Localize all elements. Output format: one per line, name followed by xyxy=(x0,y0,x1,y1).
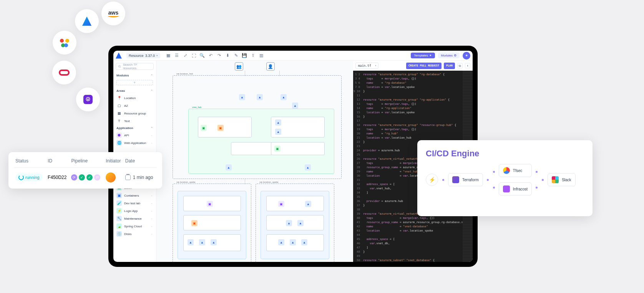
service-node[interactable]: ▲ xyxy=(297,220,304,226)
service-node[interactable]: ▲ xyxy=(211,239,217,245)
copy-icon[interactable]: ⧉ xyxy=(457,63,463,68)
location-spoke-group-2[interactable]: var.location_spoke ▣ ▲ ▲ ▲ ▲ ▲ ▲ xyxy=(256,184,334,262)
download-icon[interactable]: ⬇ xyxy=(225,53,230,58)
service-node[interactable]: ▲ xyxy=(239,94,245,100)
plan-button[interactable]: PLAN xyxy=(444,63,455,69)
create-pr-button[interactable]: CREATE PULL REQUEST xyxy=(406,63,442,69)
subnet-box[interactable]: ▣ ▲ xyxy=(266,196,324,211)
user-icon: 👥 xyxy=(235,62,243,71)
location-hub-group[interactable]: var.location_hub ▲ ▲ ▲ ▲ vnet_hub ▣ ▣ ▲ … xyxy=(173,75,342,179)
sidebar-item-text[interactable]: TText xyxy=(113,117,156,125)
subnet-box[interactable]: ▣ xyxy=(183,196,241,211)
service-node[interactable]: ▲ xyxy=(199,239,205,245)
section-modules[interactable]: Modules⌃ xyxy=(113,72,156,79)
service-node[interactable]: ▲ xyxy=(305,201,311,207)
lab-icon: 🧪 xyxy=(116,200,122,206)
sidebar-item-disks[interactable]: 💿Disks⌄ xyxy=(113,230,156,238)
infracost-icon xyxy=(503,185,510,192)
grid-icon[interactable]: ▦ xyxy=(166,53,171,58)
maint-icon: 🔧 xyxy=(116,216,122,221)
subnet-box[interactable] xyxy=(231,142,277,155)
service-node[interactable]: ▲ xyxy=(257,94,263,100)
section-application[interactable]: Application⌃ xyxy=(113,125,156,131)
col-date: Date xyxy=(124,157,157,168)
vnet-app-zone[interactable]: ▣ ▣ ▲ ▲ ▲ xyxy=(178,191,246,259)
text-icon: T xyxy=(116,118,122,124)
service-node[interactable]: ▣ xyxy=(217,125,224,131)
subnet-box[interactable]: ▣ xyxy=(271,142,325,155)
col-id: ID xyxy=(46,157,70,168)
service-node[interactable]: ▲ xyxy=(281,94,287,100)
sidebar-item-spring-cloud[interactable]: 🍃Spring Cloud⌄ xyxy=(113,222,156,230)
table-row[interactable]: running F450D22 ⟳✓✓P 1 min ago xyxy=(14,168,157,183)
sidebar-item-maintenance[interactable]: 🔧Maintenance⌄ xyxy=(113,215,156,222)
location-spoke-group[interactable]: var.location_spoke ▣ ▣ ▲ ▲ ▲ xyxy=(173,184,251,262)
sidebar-item-web-application[interactable]: 🌐Web Application⌄ xyxy=(113,139,156,147)
svg-point-0 xyxy=(118,65,120,67)
vnet-db-zone[interactable]: ▣ ▲ ▲ ▲ ▲ ▲ ▲ xyxy=(261,191,329,259)
status-badge: running xyxy=(15,174,43,181)
sidebar-item-dev-test-lab[interactable]: 🧪Dev test lab⌄ xyxy=(113,199,156,207)
resource-selector[interactable]: Resource 3.37.0▾ xyxy=(126,53,160,58)
service-node[interactable]: ▲ xyxy=(188,239,194,245)
spring-icon: 🍃 xyxy=(116,223,122,229)
service-node[interactable]: ▲ xyxy=(226,164,232,171)
subnet-box[interactable]: ▲ ▲ xyxy=(266,215,324,230)
service-node[interactable]: ▲ xyxy=(290,239,296,245)
cloud-oracle-icon xyxy=(52,61,76,84)
service-node[interactable]: ▣ xyxy=(201,125,207,131)
square-icon: ▢ xyxy=(116,103,122,108)
section-areas[interactable]: Areas⌃ xyxy=(113,88,156,94)
assistant-button[interactable]: ✶ xyxy=(463,52,470,60)
more-icon[interactable]: ▥ xyxy=(259,53,264,58)
search-input[interactable]: Search TF resources xyxy=(116,63,154,70)
cicd-node-slack[interactable]: Slack xyxy=(548,173,575,186)
sidebar-item-location[interactable]: 📍Location xyxy=(113,94,156,102)
architecture-canvas[interactable]: 👥 👤 var.location_hub ▲ ▲ ▲ ▲ vnet_hub ▣ … xyxy=(156,61,353,262)
subnet-box[interactable]: ▲ ▲ ▲ xyxy=(183,234,241,251)
cicd-node-tfsec[interactable]: Tfsec xyxy=(499,164,532,177)
service-node[interactable]: ▣ xyxy=(207,201,213,207)
file-selector[interactable]: main.tf xyxy=(355,63,378,69)
cicd-node-terraform[interactable]: Terraform xyxy=(448,173,483,186)
zoom-icon[interactable]: 🔍 xyxy=(199,53,205,58)
sidebar-item-containers[interactable]: ▣Containers⌄ xyxy=(113,192,156,199)
subnet-box[interactable]: ▲ ▲ xyxy=(271,117,325,137)
templates-button[interactable]: Templates ✦ xyxy=(411,53,435,58)
save-icon[interactable]: 💾 xyxy=(242,53,247,58)
list-icon[interactable]: ☰ xyxy=(174,53,179,58)
sidebar-item-az[interactable]: ▢AZ xyxy=(113,102,156,109)
service-node[interactable]: ▲ xyxy=(292,103,298,109)
sidebar-item-logic-app[interactable]: ⚡Logic App⌄ xyxy=(113,207,156,215)
service-node[interactable]: ▲ xyxy=(286,220,292,226)
modules-button[interactable]: Modules ⚙ xyxy=(438,53,460,58)
service-node[interactable]: ▣ xyxy=(191,220,198,226)
sidebar-item-api[interactable]: ⬢API⌄ xyxy=(113,131,156,139)
pipeline-stages: ⟳✓✓P xyxy=(71,174,103,180)
vnet-hub-zone[interactable]: vnet_hub ▣ ▣ ▲ ▲ ▣ ▲ ▲ xyxy=(188,109,334,174)
cicd-start-node[interactable]: ⚡ xyxy=(426,174,438,186)
subnet-box[interactable]: ▣ xyxy=(183,215,241,230)
service-node[interactable]: ▣ xyxy=(274,146,281,152)
fit-icon[interactable]: ⛶ xyxy=(191,53,196,58)
run-date: 1 min ago xyxy=(125,175,155,180)
sidebar-item-resource-group[interactable]: ▦Resource group xyxy=(113,109,156,117)
subnet-box[interactable]: ▲ ▲ ▲ xyxy=(266,234,324,251)
service-node[interactable]: ▲ xyxy=(275,119,281,126)
add-module-button[interactable]: + xyxy=(116,80,153,85)
service-node[interactable]: ▲ xyxy=(275,129,281,135)
download-code-icon[interactable]: ⬇ xyxy=(465,63,470,68)
undo-icon[interactable]: ↶ xyxy=(208,53,213,58)
service-node[interactable]: ▲ xyxy=(305,164,311,171)
disk-icon: 💿 xyxy=(116,231,122,237)
redo-icon[interactable]: ↷ xyxy=(216,53,222,58)
cicd-node-infracost[interactable]: Infracost xyxy=(499,182,532,195)
edit-icon[interactable]: ✎ xyxy=(233,53,239,58)
expand-icon[interactable]: ⤢ xyxy=(183,53,188,58)
service-node[interactable]: ▣ xyxy=(278,201,284,207)
subnet-box[interactable]: ▣ ▣ xyxy=(198,117,252,137)
share-icon[interactable]: ⇪ xyxy=(250,53,256,58)
service-node[interactable]: ▲ xyxy=(301,239,307,245)
run-id: F450D22 xyxy=(46,168,70,183)
service-node[interactable]: ▲ xyxy=(278,239,284,245)
